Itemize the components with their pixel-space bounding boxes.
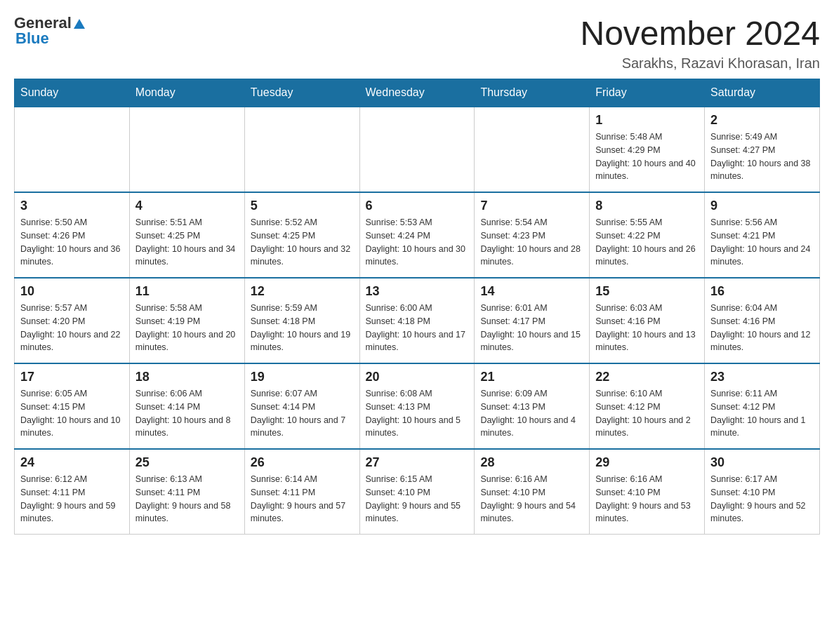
svg-marker-0 [74,19,85,29]
day-info: Sunrise: 6:05 AMSunset: 4:15 PMDaylight:… [20,387,124,440]
calendar-cell [359,107,475,192]
day-number: 4 [135,199,239,213]
calendar-week-row: 1Sunrise: 5:48 AMSunset: 4:29 PMDaylight… [15,107,820,192]
day-info: Sunrise: 6:17 AMSunset: 4:10 PMDaylight:… [710,473,814,525]
day-info: Sunrise: 6:01 AMSunset: 4:17 PMDaylight:… [480,302,583,354]
day-info: Sunrise: 5:58 AMSunset: 4:19 PMDaylight:… [135,302,239,354]
calendar-cell: 22Sunrise: 6:10 AMSunset: 4:12 PMDayligh… [590,363,705,449]
calendar-cell: 13Sunrise: 6:00 AMSunset: 4:18 PMDayligh… [359,278,475,363]
day-number: 1 [595,113,699,128]
day-info: Sunrise: 5:48 AMSunset: 4:29 PMDaylight:… [595,130,699,183]
calendar-cell: 26Sunrise: 6:14 AMSunset: 4:11 PMDayligh… [244,449,359,535]
day-info: Sunrise: 5:53 AMSunset: 4:24 PMDaylight:… [366,216,469,269]
calendar-cell: 3Sunrise: 5:50 AMSunset: 4:26 PMDaylight… [15,192,130,278]
day-header-thursday: Thursday [475,79,590,107]
calendar-cell: 30Sunrise: 6:17 AMSunset: 4:10 PMDayligh… [705,449,820,535]
day-info: Sunrise: 5:52 AMSunset: 4:25 PMDaylight:… [251,216,354,269]
day-number: 5 [251,199,354,213]
calendar-cell: 4Sunrise: 5:51 AMSunset: 4:25 PMDaylight… [129,192,244,278]
calendar-week-row: 24Sunrise: 6:12 AMSunset: 4:11 PMDayligh… [15,449,820,535]
day-header-friday: Friday [590,79,705,107]
day-number: 2 [710,113,814,128]
day-number: 13 [366,284,469,299]
calendar-cell: 10Sunrise: 5:57 AMSunset: 4:20 PMDayligh… [15,278,130,363]
day-info: Sunrise: 6:06 AMSunset: 4:14 PMDaylight:… [135,387,239,440]
calendar-cell: 7Sunrise: 5:54 AMSunset: 4:23 PMDaylight… [475,192,590,278]
calendar-table: SundayMondayTuesdayWednesdayThursdayFrid… [14,79,820,535]
day-info: Sunrise: 5:50 AMSunset: 4:26 PMDaylight:… [20,216,124,269]
calendar-cell: 19Sunrise: 6:07 AMSunset: 4:14 PMDayligh… [244,363,359,449]
calendar-cell: 18Sunrise: 6:06 AMSunset: 4:14 PMDayligh… [129,363,244,449]
day-number: 30 [710,455,814,470]
day-number: 3 [20,199,124,213]
calendar-cell: 28Sunrise: 6:16 AMSunset: 4:10 PMDayligh… [475,449,590,535]
calendar-cell: 24Sunrise: 6:12 AMSunset: 4:11 PMDayligh… [15,449,130,535]
logo: General Blue [14,14,86,48]
day-number: 6 [366,199,469,213]
calendar-cell: 2Sunrise: 5:49 AMSunset: 4:27 PMDaylight… [705,107,820,192]
calendar-cell: 25Sunrise: 6:13 AMSunset: 4:11 PMDayligh… [129,449,244,535]
calendar-cell: 27Sunrise: 6:15 AMSunset: 4:10 PMDayligh… [359,449,475,535]
calendar-cell: 11Sunrise: 5:58 AMSunset: 4:19 PMDayligh… [129,278,244,363]
day-info: Sunrise: 6:08 AMSunset: 4:13 PMDaylight:… [366,387,469,440]
day-info: Sunrise: 6:10 AMSunset: 4:12 PMDaylight:… [595,387,699,440]
day-number: 22 [595,370,699,384]
calendar-cell [244,107,359,192]
page-header: General Blue November 2024 Sarakhs, Raza… [14,14,820,72]
day-info: Sunrise: 5:56 AMSunset: 4:21 PMDaylight:… [710,216,814,269]
day-info: Sunrise: 6:07 AMSunset: 4:14 PMDaylight:… [251,387,354,440]
calendar-cell: 29Sunrise: 6:16 AMSunset: 4:10 PMDayligh… [590,449,705,535]
day-number: 26 [251,455,354,470]
day-number: 18 [135,370,239,384]
day-info: Sunrise: 5:49 AMSunset: 4:27 PMDaylight:… [710,130,814,183]
calendar-week-row: 17Sunrise: 6:05 AMSunset: 4:15 PMDayligh… [15,363,820,449]
day-header-wednesday: Wednesday [359,79,475,107]
day-number: 11 [135,284,239,299]
day-number: 24 [20,455,124,470]
calendar-week-row: 10Sunrise: 5:57 AMSunset: 4:20 PMDayligh… [15,278,820,363]
logo-triangle-icon [73,18,86,30]
day-info: Sunrise: 6:12 AMSunset: 4:11 PMDaylight:… [20,473,124,525]
day-number: 10 [20,284,124,299]
day-number: 14 [480,284,583,299]
calendar-cell: 5Sunrise: 5:52 AMSunset: 4:25 PMDaylight… [244,192,359,278]
calendar-cell [129,107,244,192]
day-info: Sunrise: 6:04 AMSunset: 4:16 PMDaylight:… [710,302,814,354]
logo-blue: Blue [14,29,49,48]
day-info: Sunrise: 5:55 AMSunset: 4:22 PMDaylight:… [595,216,699,269]
day-header-monday: Monday [129,79,244,107]
day-info: Sunrise: 5:57 AMSunset: 4:20 PMDaylight:… [20,302,124,354]
day-info: Sunrise: 6:09 AMSunset: 4:13 PMDaylight:… [480,387,583,440]
calendar-cell: 8Sunrise: 5:55 AMSunset: 4:22 PMDaylight… [590,192,705,278]
calendar-cell [15,107,130,192]
day-number: 20 [366,370,469,384]
calendar-week-row: 3Sunrise: 5:50 AMSunset: 4:26 PMDaylight… [15,192,820,278]
day-number: 15 [595,284,699,299]
day-number: 8 [595,199,699,213]
day-info: Sunrise: 5:59 AMSunset: 4:18 PMDaylight:… [251,302,354,354]
calendar-cell: 20Sunrise: 6:08 AMSunset: 4:13 PMDayligh… [359,363,475,449]
day-info: Sunrise: 6:14 AMSunset: 4:11 PMDaylight:… [251,473,354,525]
title-section: November 2024 Sarakhs, Razavi Khorasan, … [580,14,820,72]
calendar-cell: 12Sunrise: 5:59 AMSunset: 4:18 PMDayligh… [244,278,359,363]
day-header-sunday: Sunday [15,79,130,107]
day-number: 21 [480,370,583,384]
calendar-cell: 14Sunrise: 6:01 AMSunset: 4:17 PMDayligh… [475,278,590,363]
location: Sarakhs, Razavi Khorasan, Iran [580,55,820,72]
calendar-cell: 6Sunrise: 5:53 AMSunset: 4:24 PMDaylight… [359,192,475,278]
day-info: Sunrise: 6:16 AMSunset: 4:10 PMDaylight:… [480,473,583,525]
day-number: 9 [710,199,814,213]
calendar-cell: 17Sunrise: 6:05 AMSunset: 4:15 PMDayligh… [15,363,130,449]
day-number: 27 [366,455,469,470]
day-info: Sunrise: 6:13 AMSunset: 4:11 PMDaylight:… [135,473,239,525]
calendar-cell: 15Sunrise: 6:03 AMSunset: 4:16 PMDayligh… [590,278,705,363]
calendar-cell: 21Sunrise: 6:09 AMSunset: 4:13 PMDayligh… [475,363,590,449]
calendar-cell: 23Sunrise: 6:11 AMSunset: 4:12 PMDayligh… [705,363,820,449]
day-info: Sunrise: 5:51 AMSunset: 4:25 PMDaylight:… [135,216,239,269]
day-number: 28 [480,455,583,470]
day-number: 12 [251,284,354,299]
day-info: Sunrise: 6:00 AMSunset: 4:18 PMDaylight:… [366,302,469,354]
day-info: Sunrise: 6:16 AMSunset: 4:10 PMDaylight:… [595,473,699,525]
day-number: 23 [710,370,814,384]
calendar-header-row: SundayMondayTuesdayWednesdayThursdayFrid… [15,79,820,107]
